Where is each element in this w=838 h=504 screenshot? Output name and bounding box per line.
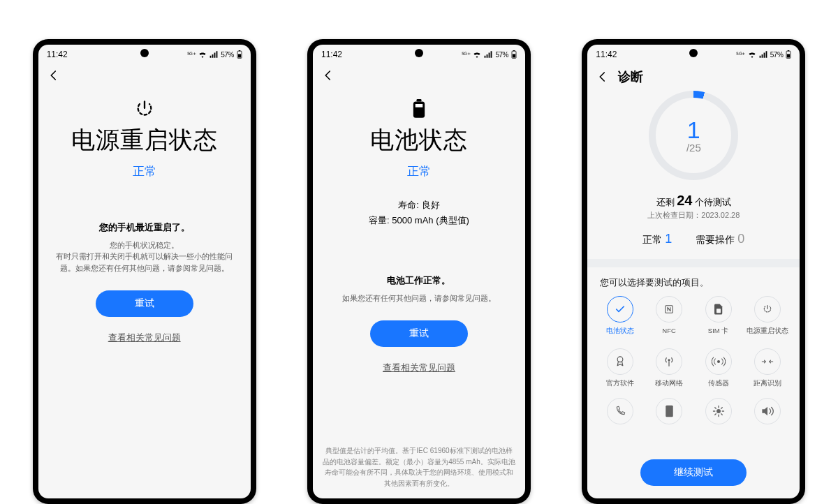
test-grid: 电池状态 NFC SIM 卡 电源重启状态 — [587, 296, 800, 388]
signal-icon — [210, 51, 218, 58]
item-partial-1[interactable] — [597, 398, 642, 424]
progress-total: /25 — [686, 142, 701, 154]
svg-rect-10 — [788, 50, 789, 51]
screen-diagnostics: 11:42 ⁵ᴳ⁺ 57% 诊断 — [587, 45, 800, 498]
camera-hole — [415, 49, 423, 57]
item-mobile-network[interactable]: 移动网络 — [647, 348, 692, 388]
item-sim[interactable]: SIM 卡 — [696, 296, 741, 336]
item-nfc[interactable]: NFC — [647, 296, 692, 336]
item-label: 传感器 — [708, 379, 729, 388]
status-icons: ⁵ᴳ⁺ 57% — [187, 50, 242, 59]
battery-percent: 57% — [495, 51, 508, 59]
need-num: 0 — [737, 232, 744, 246]
screen-restart-status: 11:42 ⁵ᴳ⁺ 57% — [38, 45, 251, 498]
camera-hole — [140, 49, 149, 57]
nfc-icon — [656, 296, 682, 323]
phone-1: 11:42 ⁵ᴳ⁺ 57% — [33, 39, 256, 504]
status-icons: ⁵ᴳ⁺ 57% — [462, 50, 517, 59]
status-time: 11:42 — [596, 50, 617, 59]
faq-link[interactable]: 查看相关常见问题 — [383, 362, 455, 374]
item-battery-status[interactable]: 电池状态 — [597, 296, 642, 336]
signal-icon — [484, 51, 492, 58]
counts-row: 正常1 需要操作0 — [587, 232, 800, 246]
proximity-icon — [754, 348, 781, 375]
wifi-icon — [198, 51, 207, 58]
remain-pre: 还剩 — [656, 197, 677, 207]
need-count: 需要操作0 — [696, 232, 744, 246]
page-title: 电池状态 — [370, 124, 468, 156]
back-button[interactable] — [596, 70, 610, 84]
phone-2: 11:42 ⁵ᴳ⁺ 57% — [307, 39, 531, 504]
award-icon — [607, 348, 633, 375]
battery-capacity: 容量: 5000 mAh (典型值) — [369, 214, 469, 227]
continue-test-button[interactable]: 继续测试 — [640, 459, 747, 486]
item-partial-4[interactable] — [745, 398, 791, 424]
phone-3: 11:42 ⁵ᴳ⁺ 57% 诊断 — [582, 39, 805, 504]
item-label: 官方软件 — [606, 379, 634, 388]
remaining-tests: 还剩 24 个待测试 — [587, 193, 800, 209]
restart-notice: 您的手机最近重启了。 — [99, 221, 190, 234]
power-icon — [135, 99, 154, 119]
item-label: 电源重启状态 — [747, 327, 788, 336]
svg-point-18 — [716, 409, 721, 413]
page-title: 诊断 — [618, 68, 643, 85]
progress-ring: 1 /25 — [649, 91, 738, 180]
progress-done: 1 — [686, 118, 701, 142]
back-button[interactable] — [47, 68, 61, 82]
status-time: 11:42 — [321, 50, 342, 59]
retry-button[interactable]: 重试 — [96, 290, 193, 317]
section-hint: 您可以选择要测试的项目。 — [587, 267, 800, 296]
sim-icon — [705, 296, 732, 323]
network-icon: ⁵ᴳ⁺ — [736, 51, 745, 59]
remain-post: 个待测试 — [692, 197, 731, 207]
test-grid-row-3 — [587, 388, 800, 424]
item-official-software[interactable]: 官方软件 — [597, 348, 642, 388]
item-label: 距离识别 — [754, 379, 781, 388]
status-badge: 正常 — [133, 163, 156, 179]
section-divider — [587, 259, 800, 267]
item-proximity[interactable]: 距离识别 — [745, 348, 791, 388]
svg-rect-8 — [416, 104, 423, 108]
svg-point-16 — [717, 360, 720, 363]
signal-icon — [759, 51, 767, 58]
display-icon — [656, 398, 682, 424]
back-button[interactable] — [321, 68, 335, 82]
item-power-restart[interactable]: 电源重启状态 — [745, 296, 791, 336]
network-icon: ⁵ᴳ⁺ — [187, 51, 196, 59]
item-label: 移动网络 — [655, 379, 683, 388]
item-partial-2[interactable] — [647, 398, 692, 424]
svg-rect-2 — [238, 54, 241, 57]
page-title: 电源重启状态 — [71, 124, 218, 156]
screen-battery-status: 11:42 ⁵ᴳ⁺ 57% — [313, 45, 525, 498]
ok-num: 1 — [665, 232, 672, 246]
wifi-icon — [473, 51, 481, 58]
item-partial-3[interactable] — [696, 398, 741, 424]
network-icon: ⁵ᴳ⁺ — [462, 51, 471, 59]
item-label: SIM 卡 — [708, 327, 729, 336]
item-sensors[interactable]: 传感器 — [696, 348, 741, 388]
status-time: 11:42 — [47, 50, 68, 59]
battery-icon — [511, 50, 517, 59]
last-check-date: 上次检查日期：2023.02.28 — [587, 210, 800, 221]
battery-icon — [786, 50, 791, 59]
battery-large-icon — [412, 99, 426, 119]
battery-icon — [237, 50, 242, 59]
antenna-icon — [656, 348, 682, 375]
speaker-icon — [754, 398, 781, 424]
power-restart-icon — [754, 296, 781, 323]
svg-rect-11 — [787, 54, 790, 57]
camera-hole — [689, 49, 698, 57]
svg-rect-5 — [513, 54, 515, 57]
hint-line: 如果您还有任何其他问题，请参阅常见问题。 — [338, 292, 500, 304]
svg-rect-13 — [716, 309, 721, 313]
item-label: 电池状态 — [606, 327, 634, 336]
faq-link[interactable]: 查看相关常见问题 — [108, 332, 181, 344]
remain-num: 24 — [677, 193, 692, 208]
retry-button[interactable]: 重试 — [370, 320, 468, 347]
phone-icon — [607, 398, 633, 424]
svg-point-14 — [617, 357, 623, 362]
status-icons: ⁵ᴳ⁺ 57% — [736, 50, 791, 59]
status-badge: 正常 — [407, 163, 431, 179]
check-icon — [607, 296, 633, 323]
svg-point-15 — [668, 359, 670, 361]
